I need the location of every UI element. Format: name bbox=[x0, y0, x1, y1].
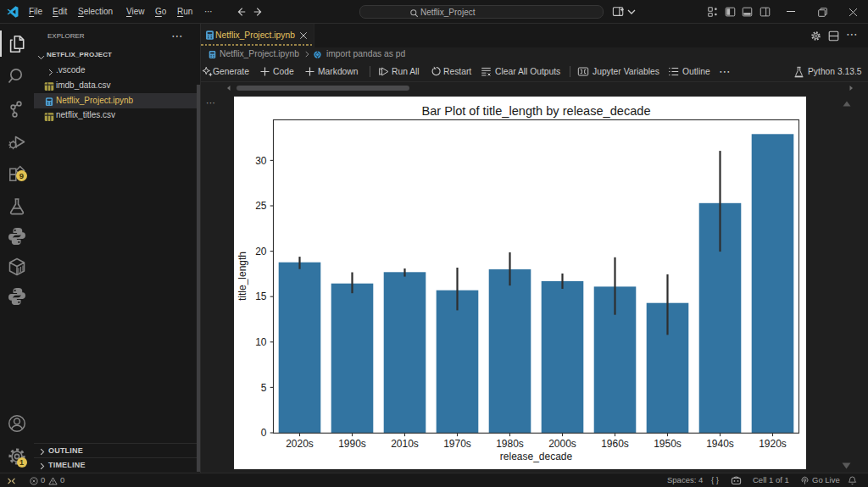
svg-text:10: 10 bbox=[255, 336, 267, 348]
svg-text:1950s: 1950s bbox=[654, 438, 682, 450]
svg-text:release_decade: release_decade bbox=[500, 451, 573, 462]
svg-text:30: 30 bbox=[255, 155, 267, 167]
svg-text:1970s: 1970s bbox=[443, 438, 471, 450]
svg-text:5: 5 bbox=[261, 382, 267, 394]
svg-text:15: 15 bbox=[255, 291, 267, 302]
svg-text:25: 25 bbox=[255, 200, 267, 212]
svg-text:0: 0 bbox=[261, 427, 267, 439]
svg-text:1990s: 1990s bbox=[338, 438, 366, 450]
svg-text:2010s: 2010s bbox=[391, 438, 419, 450]
svg-text:1940s: 1940s bbox=[706, 438, 734, 450]
svg-text:1920s: 1920s bbox=[759, 438, 787, 450]
svg-text:20: 20 bbox=[255, 246, 267, 257]
svg-text:Bar Plot of title_length by re: Bar Plot of title_length by release_deca… bbox=[421, 104, 650, 118]
svg-text:2020s: 2020s bbox=[286, 438, 314, 450]
svg-text:2000s: 2000s bbox=[548, 438, 576, 450]
svg-text:title_length: title_length bbox=[236, 252, 248, 301]
svg-text:1980s: 1980s bbox=[496, 438, 524, 450]
svg-text:1960s: 1960s bbox=[601, 438, 629, 450]
